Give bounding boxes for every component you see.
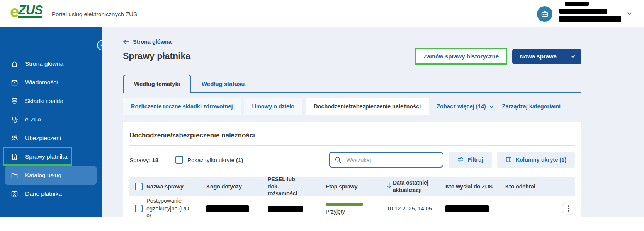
row-checkbox[interactable]	[135, 205, 143, 212]
tab-bar: Według tematyki Według statusu	[123, 75, 581, 93]
main-content: Strona główna Sprawy płatnika Zamów spra…	[102, 27, 644, 217]
home-icon	[10, 60, 19, 68]
redacted-sender	[445, 205, 489, 212]
card-divider	[129, 145, 575, 146]
case-name[interactable]: Postępowanie egzekucyjne (RD-8)	[146, 197, 193, 217]
search-icon	[334, 156, 342, 164]
col-header-kto-odebral[interactable]: Kto odebrał	[505, 183, 575, 190]
user-avatar[interactable]	[537, 6, 552, 22]
sidebar-item-katalog-uslug[interactable]: Katalog usług	[5, 166, 97, 185]
filter-sliders-icon	[457, 156, 464, 163]
folder-icon	[10, 171, 19, 180]
status-progress-bar	[326, 203, 363, 206]
manage-categories-link[interactable]: Zarządzaj kategoriami	[502, 103, 561, 110]
sidebar-item-label: Dane płatnika	[25, 190, 62, 197]
category-chips-row: Rozliczenie roczne składki zdrowotnej Um…	[123, 98, 581, 115]
sidebar-item-strona-glowna[interactable]: Strona główna	[0, 55, 102, 73]
arrow-left-icon	[123, 39, 129, 44]
sidebar-item-label: Katalog usług	[25, 172, 61, 179]
cases-card: Dochodzenie/zabezpieczenie należności Sp…	[123, 122, 581, 217]
header-divider	[46, 6, 46, 21]
person-card-icon	[10, 190, 19, 198]
case-stage-cell: Przyjęty	[326, 203, 387, 215]
sidebar-item-sprawy-platnika[interactable]: Sprawy płatnika	[0, 147, 102, 166]
sort-descending-icon	[387, 183, 392, 188]
back-link-label: Strona główna	[133, 39, 172, 45]
redacted-pesel	[268, 206, 303, 212]
filter-button-label: Filtruj	[467, 157, 483, 163]
search-box	[329, 152, 443, 168]
new-case-label: Nowa sprawa	[512, 53, 564, 60]
chevron-down-icon	[489, 104, 494, 110]
sidebar-item-e-zla[interactable]: e-ZLA	[0, 110, 102, 129]
sidebar-item-wiadomosci[interactable]: Wiadomości	[0, 73, 102, 92]
sidebar-nav: Strona główna Wiadomości Składki i salda…	[0, 27, 102, 217]
logo-e-glyph: e	[10, 5, 18, 18]
filter-button[interactable]: Filtruj	[449, 152, 491, 168]
sidebar-item-dane-platnika[interactable]: Dane płatnika	[0, 185, 102, 203]
order-historic-cases-button[interactable]: Zamów sprawy historyczne	[415, 48, 507, 65]
portal-title: Portal usług elektronicznych ZUS	[52, 11, 137, 17]
tab-wedlug-statusu[interactable]: Według statusu	[191, 75, 255, 92]
redacted-user-name	[559, 9, 607, 14]
kebab-menu-icon	[568, 205, 569, 212]
columns-icon	[505, 156, 512, 163]
received-by-value: -	[505, 205, 507, 212]
redacted-kogo-dotyczy	[206, 205, 249, 212]
top-header: e ZUS Portal usług elektronicznych ZUS	[0, 0, 644, 27]
col-header-data-aktualizacji[interactable]: Data ostatniej aktualizacji	[387, 179, 445, 194]
hidden-columns-label: Kolumny ukryte (1)	[516, 157, 566, 163]
chip-umowy-o-dzielo[interactable]: Umowy o dzieło	[244, 98, 302, 115]
search-input[interactable]	[345, 156, 438, 164]
show-hidden-filter: Pokaż tylko ukryte (1)	[175, 156, 243, 164]
back-link-strona-glowna[interactable]: Strona główna	[123, 39, 172, 45]
status-label: Przyjęty	[326, 209, 387, 215]
chip-rozliczenie-roczne[interactable]: Rozliczenie roczne składki zdrowotnej	[123, 98, 241, 115]
table-row[interactable]: Postępowanie egzekucyjne (RD-8) Przyjęty…	[129, 196, 575, 217]
new-case-chevron-down-icon[interactable]	[564, 53, 581, 60]
col-header-pesel[interactable]: PESEL lub dok. tożsamości	[268, 176, 326, 198]
user-menu-chevron-down-icon[interactable]	[626, 11, 633, 16]
document-icon	[10, 153, 19, 161]
sidebar-item-label: Składki i salda	[25, 98, 63, 104]
logo-zus-glyph: ZUS	[18, 5, 42, 18]
col-header-nazwa-sprawy[interactable]: Nazwa sprawy	[146, 183, 206, 190]
see-more-link[interactable]: Zobacz więcej (14)	[437, 103, 494, 110]
last-update-date: 10.12.2025, 14:05	[387, 205, 445, 212]
ezus-logo[interactable]: e ZUS	[10, 5, 42, 18]
show-hidden-checkbox[interactable]	[175, 156, 183, 164]
col-header-kogo-dotyczy[interactable]: Kogo dotyczy	[206, 183, 268, 190]
cases-count: Sprawy: 18	[129, 157, 158, 163]
sidebar-item-label: Wiadomości	[25, 79, 58, 86]
redacted-user-context	[565, 2, 589, 6]
show-hidden-label: Pokaż tylko ukryte (1)	[187, 157, 243, 163]
chip-dochodzenie-naleznosci[interactable]: Dochodzenie/zabezpieczenie należności	[306, 98, 429, 115]
page-title: Sprawy płatnika	[123, 51, 190, 62]
people-icon	[10, 134, 19, 142]
sidebar-item-ubezpieczeni[interactable]: Ubezpieczeni	[0, 129, 102, 147]
mail-icon	[10, 79, 19, 87]
sidebar-item-label: Strona główna	[25, 60, 63, 67]
sidebar-item-label: Ubezpieczeni	[25, 135, 61, 142]
col-header-etap-sprawy[interactable]: Etap sprawy	[326, 183, 387, 190]
hidden-columns-button[interactable]: Kolumny ukryte (1)	[497, 152, 575, 168]
select-all-checkbox[interactable]	[135, 183, 143, 190]
see-more-label: Zobacz więcej (14)	[437, 103, 486, 110]
sidebar-item-label: Sprawy płatnika	[25, 153, 67, 160]
stethoscope-icon	[10, 116, 19, 124]
card-title: Dochodzenie/zabezpieczenie należności	[129, 132, 575, 139]
col-header-kto-wyslal[interactable]: Kto wysłał do ZUS	[445, 183, 505, 190]
user-section-divider	[530, 0, 530, 27]
sidebar-item-skladki-i-salda[interactable]: Składki i salda	[0, 92, 102, 110]
sidebar-item-label: e-ZLA	[25, 116, 41, 123]
redacted-user-company	[559, 16, 621, 22]
row-actions-kebab-button[interactable]	[562, 202, 575, 215]
coins-icon	[10, 97, 19, 105]
tab-wedlug-tematyki[interactable]: Według tematyki	[123, 75, 191, 93]
new-case-button[interactable]: Nowa sprawa	[512, 49, 581, 64]
table-header-row: Nazwa sprawy Kogo dotyczy PESEL lub dok.…	[129, 177, 575, 196]
briefcase-icon	[540, 10, 549, 18]
